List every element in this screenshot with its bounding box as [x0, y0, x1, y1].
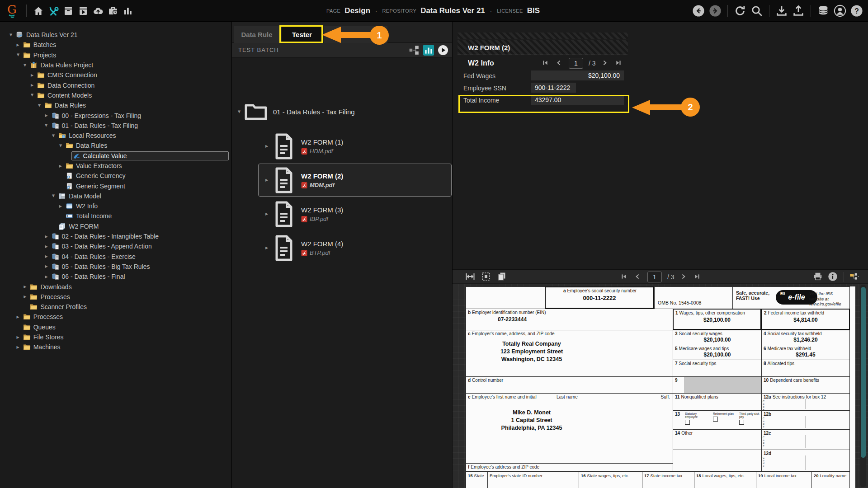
pages-icon[interactable]	[497, 272, 507, 282]
tree-item[interactable]: Value Extractors	[0, 161, 231, 171]
expander-icon[interactable]	[43, 275, 50, 279]
tree-item[interactable]: 04 - Data Rules - Exercise	[0, 252, 231, 262]
page-number-input[interactable]: 1	[569, 58, 583, 69]
back-icon[interactable]	[692, 4, 705, 18]
stats-teal-icon[interactable]	[423, 45, 434, 56]
tree-item[interactable]: File Stores	[0, 332, 231, 342]
batch-folder-row[interactable]: 01 - Data Rules - Tax Filing	[232, 101, 452, 122]
tree-item[interactable]: Generic Currency	[0, 171, 231, 181]
tree-item[interactable]: 06 - Data Rules - Final	[0, 272, 231, 282]
expander-icon[interactable]	[28, 83, 36, 87]
tree-item[interactable]: Generic Segment	[0, 181, 231, 191]
tree-item[interactable]: W2 Info	[0, 201, 231, 211]
checkbox-sickpay[interactable]	[739, 420, 744, 425]
tree-item[interactable]: Data Rules Project	[0, 60, 231, 70]
test-document-row[interactable]: W2 FORM (1) HDM.pdf	[258, 130, 452, 163]
expander-icon[interactable]	[14, 335, 22, 339]
layout-dd-icon[interactable]	[849, 272, 860, 282]
tree-item[interactable]: Calculate Value	[0, 151, 231, 161]
marquee-icon[interactable]	[481, 272, 491, 282]
tree-item[interactable]: Data Rules Ver 21	[0, 30, 231, 40]
pager-next-icon[interactable]	[680, 273, 688, 281]
printer-icon[interactable]	[813, 272, 823, 282]
stats-icon[interactable]	[122, 5, 134, 17]
expander-icon[interactable]	[50, 194, 57, 198]
expander-icon[interactable]	[21, 295, 28, 299]
checkbox-statutory[interactable]	[685, 420, 690, 425]
tree-item[interactable]: Scanner Profiles	[0, 302, 231, 312]
expander-icon[interactable]	[57, 164, 64, 168]
expander-icon[interactable]	[28, 73, 36, 77]
tree-item[interactable]: Data Rules	[0, 100, 231, 110]
tree-item[interactable]: CMIS Connection	[0, 70, 231, 80]
tree-item[interactable]: Projects	[0, 50, 231, 60]
field-value[interactable]: $20,100.00	[531, 70, 624, 80]
repository-value[interactable]: Data Rules Ver 21	[420, 6, 485, 15]
tree-item[interactable]: Data Model	[0, 191, 231, 201]
expander-icon[interactable]	[43, 244, 50, 249]
expander-icon[interactable]	[263, 212, 270, 216]
expander-icon[interactable]	[14, 53, 22, 57]
tree-item[interactable]: Queues	[0, 322, 231, 332]
expander-icon[interactable]	[50, 134, 57, 138]
tree-item[interactable]: 05 - Data Rules - Big Tax Rules	[0, 262, 231, 272]
expander-icon[interactable]	[43, 123, 50, 127]
expander-icon[interactable]	[14, 345, 22, 349]
tools-icon[interactable]	[47, 5, 59, 17]
user-icon[interactable]	[833, 4, 847, 18]
tree-item[interactable]: 03 - Data Rules - Append Action	[0, 241, 231, 251]
pager-last-icon[interactable]	[693, 273, 702, 281]
tree-item[interactable]: Total Income	[0, 211, 231, 221]
batches-icon[interactable]	[62, 5, 74, 17]
search-icon[interactable]	[750, 4, 764, 18]
checkbox-retirement[interactable]	[713, 417, 718, 422]
expander-icon[interactable]	[43, 254, 50, 258]
tree-item[interactable]: 02 - Data Rules - Intangibles Table	[0, 231, 231, 241]
expander-icon[interactable]	[43, 113, 50, 117]
tree-item[interactable]: Batches	[0, 40, 231, 50]
viewer-scrollbar[interactable]	[860, 285, 866, 487]
tree-item[interactable]: Machines	[0, 342, 231, 352]
field-value[interactable]: 900-11-2222	[531, 83, 576, 93]
viewer-page-input[interactable]: 1	[647, 272, 662, 282]
expander-icon[interactable]	[263, 144, 270, 148]
expander-icon[interactable]	[14, 315, 22, 319]
expander-icon[interactable]	[21, 63, 28, 67]
expander-icon[interactable]	[43, 235, 50, 239]
batch-play-icon[interactable]	[77, 5, 89, 17]
forward-icon[interactable]	[708, 4, 722, 18]
fit-width-icon[interactable]	[465, 272, 476, 282]
test-document-row[interactable]: W2 FORM (4) BTP.pdf	[258, 231, 452, 264]
refresh-icon[interactable]	[733, 4, 747, 18]
tree-item[interactable]: Data Connection	[0, 80, 231, 90]
download-icon[interactable]	[775, 4, 788, 18]
test-document-row[interactable]: W2 FORM (3) IBP.pdf	[258, 197, 452, 230]
tree-item[interactable]: Data Rules	[0, 141, 231, 150]
tree-item[interactable]: Downloads	[0, 282, 231, 291]
pager-first-icon[interactable]	[542, 60, 550, 67]
pager-next-icon[interactable]	[601, 60, 609, 67]
tree-item[interactable]: Content Models	[0, 90, 231, 100]
home-icon[interactable]	[33, 5, 44, 17]
page-value[interactable]: Design	[344, 6, 370, 15]
upload-icon[interactable]	[792, 4, 805, 18]
expander-icon[interactable]	[263, 246, 270, 250]
expander-icon[interactable]	[7, 33, 14, 37]
scrollbar-thumb[interactable]	[861, 287, 866, 458]
cloud-upload-icon[interactable]	[92, 5, 104, 17]
expander-icon[interactable]	[36, 103, 43, 108]
expander-icon[interactable]	[236, 110, 242, 114]
pager-prev-icon[interactable]	[555, 60, 563, 67]
hierarchy-icon[interactable]	[409, 45, 420, 56]
test-document-row[interactable]: W2 FORM (2) MDM.pdf	[258, 164, 452, 197]
expander-icon[interactable]	[43, 264, 50, 268]
tree-item[interactable]: Processes	[0, 292, 231, 302]
expander-icon[interactable]	[28, 93, 36, 97]
help-icon[interactable]: ?	[850, 4, 863, 18]
w2-form-page[interactable]: aEmployee's social security number 000-1…	[466, 286, 855, 488]
tree-item[interactable]: W2 FORM	[0, 221, 231, 231]
tree-item[interactable]: Local Resources	[0, 131, 231, 141]
tab[interactable]: Data Rule	[234, 26, 279, 43]
expander-icon[interactable]	[263, 178, 270, 182]
pager-last-icon[interactable]	[615, 60, 623, 67]
